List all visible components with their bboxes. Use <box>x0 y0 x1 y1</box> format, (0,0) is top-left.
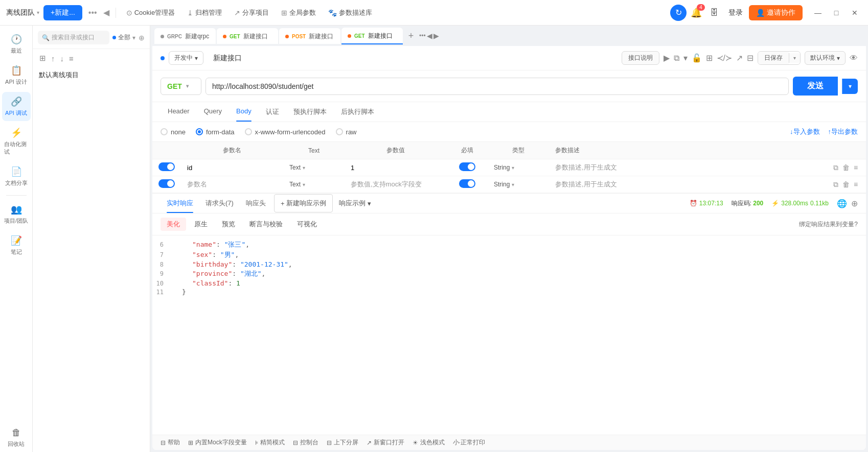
team-selector[interactable]: 离线团队 ▾ <box>6 8 39 17</box>
play-icon[interactable]: ▶ <box>664 53 670 63</box>
row2-toggle[interactable] <box>152 176 181 193</box>
login-button[interactable]: 登录 <box>726 8 745 17</box>
tab-header[interactable]: Header <box>161 102 197 122</box>
tabs-next-icon[interactable]: ▶ <box>433 32 439 40</box>
tab-pre-script[interactable]: 预执行脚本 <box>286 102 334 122</box>
api-name-input[interactable] <box>208 52 618 65</box>
layout-icon[interactable]: ⊟ <box>747 53 753 63</box>
simple-mode-button[interactable]: ⊧ 精简模式 <box>255 438 285 447</box>
view-tab-assert[interactable]: 断言与校验 <box>243 218 289 231</box>
nav-cookie[interactable]: ⊙ Cookie管理器 <box>122 8 179 17</box>
row1-drag-icon[interactable]: ≡ <box>854 163 858 172</box>
row2-drag-icon[interactable]: ≡ <box>854 180 858 188</box>
view-tab-pretty[interactable]: 美化 <box>161 218 186 231</box>
row2-toggle-switch[interactable] <box>158 179 175 188</box>
row2-copy-icon[interactable]: ⧉ <box>833 180 838 189</box>
code-icon[interactable]: ≺/≻ <box>717 53 732 63</box>
save-dropdown-arrow[interactable]: ▾ <box>789 53 800 63</box>
add-tab-button[interactable]: + <box>404 29 418 43</box>
back-icon[interactable]: ◀ <box>103 8 109 17</box>
chevron-down-icon[interactable]: ▾ <box>683 53 688 63</box>
font-size-button[interactable]: 小·正常打印 <box>453 438 485 447</box>
duplicate-icon[interactable]: ⊞ <box>706 53 713 63</box>
sidebar-item-api-debug[interactable]: 🔗 API 调试 <box>2 92 31 121</box>
more-icon[interactable]: ••• <box>86 8 99 17</box>
more-tabs-button[interactable]: ••• <box>419 32 426 39</box>
tab-get-2[interactable]: GET 新建接口 <box>341 28 403 44</box>
bind-response-button[interactable]: 绑定响应结果到变量? <box>799 220 858 229</box>
download-icon[interactable]: ↓ <box>59 53 66 64</box>
row2-value-type[interactable]: String ▾ <box>488 176 549 193</box>
sidebar-item-api-design[interactable]: 📋 API 设计 <box>2 61 31 90</box>
radio-form-data[interactable]: form-data <box>196 128 235 136</box>
resp-tab-realtime[interactable]: 实时响应 <box>161 194 199 213</box>
radio-none[interactable]: none <box>161 128 186 136</box>
invite-button[interactable]: 👤 邀请协作 <box>749 5 803 20</box>
sidebar-item-project[interactable]: 👥 项目/团队 <box>2 200 31 229</box>
row1-value-type-select[interactable]: String ▾ <box>494 164 543 171</box>
split-view-button[interactable]: ⊟ 上下分屏 <box>327 438 358 447</box>
add-folder-icon[interactable]: ⊞ <box>38 52 48 64</box>
tab-post-1[interactable]: POST 新建接口 <box>279 28 340 44</box>
resp-tab-response-headers[interactable]: 响应头 <box>240 194 272 213</box>
row1-required[interactable] <box>447 159 488 176</box>
row2-value-type-select[interactable]: String ▾ <box>494 181 543 188</box>
export-params-button[interactable]: ↑导出参数 <box>828 127 858 136</box>
search-input[interactable]: 🔍 搜索目录或接口 <box>38 31 109 44</box>
more-icon[interactable]: ⊕ <box>851 199 858 208</box>
tab-query[interactable]: Query <box>197 102 229 122</box>
lock-icon[interactable]: 🔓 <box>692 53 702 63</box>
radio-urlencoded[interactable]: x-www-form-urlencoded <box>245 128 326 136</box>
send-button[interactable]: 发送 <box>793 77 838 96</box>
close-button[interactable]: ✕ <box>848 6 862 20</box>
row1-type-select[interactable]: Text ▾ <box>289 164 338 171</box>
globe-icon[interactable]: 🌐 <box>837 199 847 208</box>
row1-toggle-switch[interactable] <box>158 162 175 171</box>
nav-global[interactable]: ⊞ 全局参数 <box>277 8 320 17</box>
send-dropdown-button[interactable]: ▾ <box>842 79 858 94</box>
method-select[interactable]: GET ▾ <box>161 78 201 95</box>
minimize-button[interactable]: — <box>811 6 825 20</box>
help-button[interactable]: ⊟ 帮助 <box>161 438 180 447</box>
row2-type[interactable]: Text ▾ <box>283 176 345 193</box>
history-icon[interactable]: 🗄 <box>706 5 722 21</box>
view-tab-raw[interactable]: 原生 <box>188 218 214 231</box>
menu-icon[interactable]: ≡ <box>67 53 75 64</box>
new-window-button[interactable]: ↗ 新窗口打开 <box>367 438 404 447</box>
row2-type-select[interactable]: Text ▾ <box>289 181 338 188</box>
nav-desc[interactable]: 🐾 参数描述库 <box>324 8 376 17</box>
row1-delete-icon[interactable]: 🗑 <box>842 163 850 172</box>
row2-delete-icon[interactable]: 🗑 <box>842 180 850 188</box>
export-icon[interactable]: ↗ <box>736 53 743 63</box>
refresh-icon[interactable]: ↻ <box>670 5 687 21</box>
maximize-button[interactable]: □ <box>829 6 843 20</box>
row1-desc[interactable]: 参数描述,用于生成文 <box>549 159 825 176</box>
row1-name[interactable]: id <box>181 159 283 176</box>
tab-body[interactable]: Body <box>229 102 259 122</box>
visibility-icon[interactable]: 👁 <box>850 54 858 63</box>
row2-name[interactable]: 参数名 <box>181 176 283 193</box>
console-button[interactable]: ⊟ 控制台 <box>293 438 318 447</box>
row2-value[interactable]: 参数值,支持mock字段变 <box>345 176 447 193</box>
copy-icon[interactable]: ⧉ <box>674 54 679 63</box>
view-tab-visual[interactable]: 可视化 <box>291 218 325 231</box>
tab-get-1[interactable]: GET 新建接口 <box>217 28 278 44</box>
nav-archive[interactable]: ⤓ 归档管理 <box>183 8 226 17</box>
sidebar-item-trash[interactable]: 🗑 回收站 <box>2 423 31 452</box>
bell-notification[interactable]: 🔔 4 <box>691 7 702 18</box>
tab-auth[interactable]: 认证 <box>259 102 286 122</box>
url-input[interactable] <box>205 78 789 95</box>
resp-tab-request-headers[interactable]: 请求头(7) <box>199 194 240 213</box>
row2-required[interactable] <box>447 176 488 193</box>
row1-copy-icon[interactable]: ⧉ <box>833 163 838 172</box>
new-button[interactable]: +新建... <box>43 5 82 20</box>
row2-required-toggle[interactable] <box>459 179 475 188</box>
env-selector[interactable]: 默认环境 ▾ <box>805 51 846 65</box>
nav-share[interactable]: ↗ 分享项目 <box>230 8 273 17</box>
new-example-button[interactable]: + 新建响应示例 <box>274 194 333 212</box>
row1-toggle[interactable] <box>152 159 181 176</box>
api-desc-button[interactable]: 接口说明 <box>622 51 659 65</box>
import-params-button[interactable]: ↓导入参数 <box>790 127 820 136</box>
row2-desc[interactable]: 参数描述,用于生成文 <box>549 176 825 193</box>
save-button[interactable]: 日保存 <box>758 52 789 64</box>
